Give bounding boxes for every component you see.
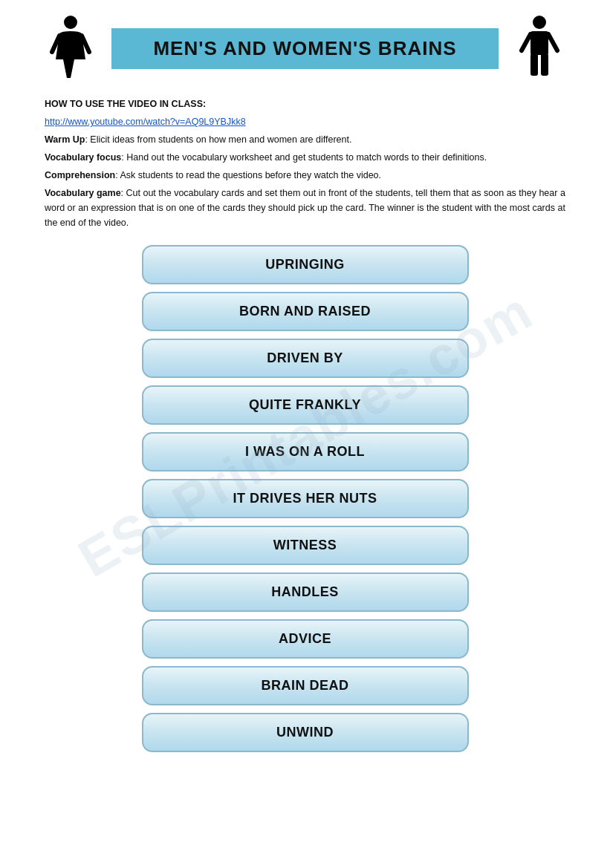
comprehension-label: Comprehension (45, 170, 115, 180)
vocab-card-text: QUITE FRANKLY (249, 397, 361, 412)
svg-rect-5 (530, 53, 538, 76)
vocab-card: ADVICE (142, 619, 469, 659)
cards-container: UPRINGINGBORN AND RAISEDDRIVEN BYQUITE F… (45, 245, 565, 752)
vocab-focus-label: Vocabulary focus (45, 152, 121, 163)
video-link[interactable]: http://www.youtube.com/watch?v=AQ9L9YBJk… (45, 117, 246, 127)
vocab-card-text: IT DRIVES HER NUTS (233, 491, 377, 506)
vocab-card-text: UNWIND (276, 725, 334, 740)
header-title-box: MEN'S AND WOMEN'S BRAINS (111, 28, 499, 69)
svg-line-8 (548, 34, 557, 50)
svg-point-3 (533, 16, 546, 29)
page: ESLPrintables.com MEN'S AND WOMEN'S BRAI… (0, 0, 610, 868)
vocab-card-text: UPRINGING (265, 257, 345, 272)
page-title: MEN'S AND WOMEN'S BRAINS (143, 37, 467, 60)
instructions-section: HOW TO USE THE VIDEO IN CLASS: http://ww… (45, 97, 565, 230)
male-icon (513, 15, 565, 82)
vocab-card: BORN AND RAISED (142, 292, 469, 331)
svg-rect-4 (530, 31, 548, 55)
vocab-game-label: Vocabulary game (45, 188, 121, 198)
vocab-card: I WAS ON A ROLL (142, 432, 469, 471)
vocab-card-text: DRIVEN BY (267, 350, 343, 365)
header: MEN'S AND WOMEN'S BRAINS (45, 15, 565, 82)
instructions-heading: HOW TO USE THE VIDEO IN CLASS: (45, 99, 206, 109)
warm-up-text: : Elicit ideas from students on how men … (85, 134, 351, 145)
vocab-focus-text: : Hand out the vocabulary worksheet and … (121, 152, 487, 163)
vocab-card: DRIVEN BY (142, 339, 469, 378)
vocab-card-text: WITNESS (273, 538, 337, 552)
vocab-card-text: HANDLES (271, 584, 339, 599)
vocab-card: QUITE FRANKLY (142, 385, 469, 425)
svg-point-0 (64, 16, 77, 29)
vocab-card: IT DRIVES HER NUTS (142, 479, 469, 518)
vocab-card-text: BORN AND RAISED (239, 304, 371, 319)
warm-up-label: Warm Up (45, 134, 85, 145)
vocab-card-text: I WAS ON A ROLL (245, 444, 365, 459)
vocab-card: HANDLES (142, 572, 469, 612)
vocab-card-text: BRAIN DEAD (261, 678, 348, 693)
vocab-card: UPRINGING (142, 245, 469, 284)
vocab-card: BRAIN DEAD (142, 666, 469, 705)
vocab-card: UNWIND (142, 713, 469, 752)
svg-line-7 (522, 34, 530, 50)
vocab-card-text: ADVICE (279, 631, 331, 646)
svg-rect-6 (541, 53, 548, 76)
vocab-card: WITNESS (142, 526, 469, 565)
vocab-game-text: : Cut out the vocabulary cards and set t… (45, 188, 565, 228)
comprehension-text: : Ask students to read the questions bef… (115, 170, 381, 180)
female-icon (45, 15, 97, 82)
